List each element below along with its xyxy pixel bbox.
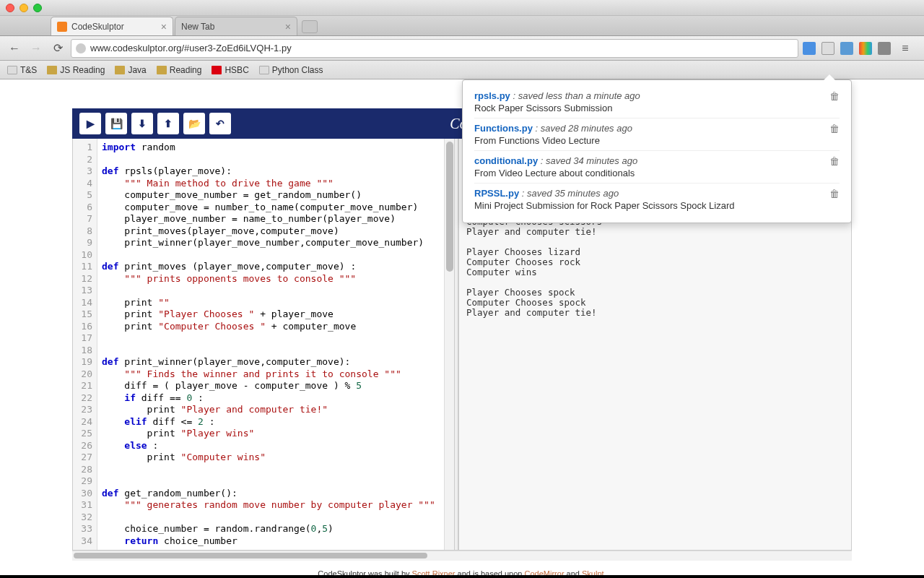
tab-title: New Tab: [181, 22, 214, 32]
code-area[interactable]: import random def rpsls(player_move): ""…: [97, 139, 454, 550]
run-button[interactable]: ▶: [79, 113, 101, 134]
bookmark-label: HSBC: [225, 65, 248, 75]
folder-icon: [47, 66, 57, 74]
trash-icon[interactable]: 🗑: [829, 90, 840, 102]
window-close-button[interactable]: [6, 4, 14, 12]
mac-titlebar: [0, 0, 924, 16]
popup-time: : saved 34 minutes ago: [538, 155, 637, 166]
scrollbar-horizontal[interactable]: [72, 551, 852, 561]
browser-tab[interactable]: New Tab ×: [175, 17, 297, 35]
bookmark-label: Java: [128, 65, 146, 75]
browser-tabbar: CodeSkulptor × New Tab ×: [0, 16, 924, 36]
star-icon[interactable]: [821, 42, 834, 55]
menu-button[interactable]: ≡: [897, 40, 914, 57]
popup-item[interactable]: Functions.py : saved 28 minutes ago From…: [474, 118, 840, 151]
save-button[interactable]: 💾: [105, 113, 127, 134]
forward-button[interactable]: →: [27, 40, 45, 57]
popup-desc: From Functions Video Lecture: [474, 135, 840, 146]
tab-close-button[interactable]: ×: [285, 21, 291, 33]
popup-item[interactable]: conditional.py : saved 34 minutes ago Fr…: [474, 151, 840, 184]
bookmark-item[interactable]: Reading: [157, 65, 202, 75]
url-bar[interactable]: www.codeskulptor.org/#user3-ZoEd6iLVQH-1…: [71, 39, 798, 58]
bookmark-item[interactable]: Java: [115, 65, 146, 75]
popup-file-name: rpsls.py: [474, 90, 510, 101]
window-zoom-button[interactable]: [33, 4, 42, 12]
save-icon[interactable]: [803, 42, 816, 55]
bookmark-item[interactable]: HSBC: [212, 65, 248, 75]
folder-icon: [115, 66, 125, 74]
page-content: ▶ 💾 ⬇ ⬆ 📂 ↶ Cod 1 2 3 4 5 6 7 8 9 10 11 …: [0, 79, 924, 578]
url-text: www.codeskulptor.org/#user3-ZoEd6iLVQH-1…: [90, 43, 292, 53]
trash-icon[interactable]: 🗑: [829, 155, 840, 167]
scrollbar-vertical[interactable]: [444, 139, 454, 550]
wand-icon[interactable]: [878, 42, 891, 55]
globe-icon: [76, 43, 86, 53]
file-icon: [259, 66, 269, 74]
bookmark-label: T&S: [20, 65, 37, 75]
undo-button[interactable]: ↶: [209, 113, 231, 134]
color-extension-icon[interactable]: [859, 42, 872, 55]
bookmark-item[interactable]: Python Class: [259, 65, 323, 75]
popup-file-name: RPSSL.py: [474, 188, 519, 199]
popup-item[interactable]: RPSSL.py : saved 35 minutes ago Mini Pro…: [474, 184, 840, 215]
trash-icon[interactable]: 🗑: [829, 123, 840, 134]
popup-time: : saved 35 minutes ago: [519, 188, 619, 199]
trash-icon[interactable]: 🗑: [829, 188, 840, 199]
scrollbar-thumb[interactable]: [446, 142, 453, 272]
reload-button[interactable]: ⟳: [49, 40, 66, 57]
popup-item[interactable]: rpsls.py : saved less than a minute ago …: [474, 86, 840, 118]
tab-close-button[interactable]: ×: [161, 21, 167, 33]
popup-desc: Rock Paper Scissors Submission: [474, 103, 840, 113]
window-minimize-button[interactable]: [19, 4, 28, 12]
popup-time: : saved 28 minutes ago: [533, 123, 632, 134]
clock-icon[interactable]: [840, 42, 853, 55]
file-icon: [7, 66, 17, 74]
bookmark-label: JS Reading: [60, 65, 105, 75]
download-button[interactable]: ⬇: [131, 113, 153, 134]
popup-file-name: Functions.py: [474, 123, 533, 134]
bookmark-label: Python Class: [272, 65, 323, 75]
favicon-icon: [57, 22, 67, 32]
new-tab-button[interactable]: [302, 20, 318, 33]
scrollbar-thumb[interactable]: [74, 553, 427, 558]
extension-popup: rpsls.py : saved less than a minute ago …: [462, 79, 852, 223]
popup-file-name: conditional.py: [474, 155, 538, 166]
hsbc-icon: [212, 66, 222, 74]
folder-icon: [157, 66, 167, 74]
bookmark-item[interactable]: JS Reading: [47, 65, 105, 75]
upload-button[interactable]: ⬆: [157, 113, 179, 134]
popup-desc: Mini Project Submission for Rock Paper S…: [474, 200, 840, 211]
bottom-bar: [0, 575, 924, 578]
bookmark-label: Reading: [170, 65, 202, 75]
popup-time: : saved less than a minute ago: [510, 90, 640, 101]
extension-icons: ≡: [803, 40, 918, 57]
line-gutter: 1 2 3 4 5 6 7 8 9 10 11 12 13 14 15 16 1…: [73, 139, 97, 550]
tab-title: CodeSkulptor: [71, 22, 124, 32]
bookmark-item[interactable]: T&S: [7, 65, 37, 75]
popup-desc: From Video Lecture about conditionals: [474, 168, 840, 178]
open-button[interactable]: 📂: [183, 113, 205, 134]
back-button[interactable]: ←: [6, 40, 23, 57]
code-editor[interactable]: 1 2 3 4 5 6 7 8 9 10 11 12 13 14 15 16 1…: [73, 139, 454, 550]
bookmarks-bar: T&S JS Reading Java Reading HSBC Python …: [0, 61, 924, 79]
browser-tab-active[interactable]: CodeSkulptor ×: [51, 17, 173, 35]
browser-navbar: ← → ⟳ www.codeskulptor.org/#user3-ZoEd6i…: [0, 36, 924, 61]
